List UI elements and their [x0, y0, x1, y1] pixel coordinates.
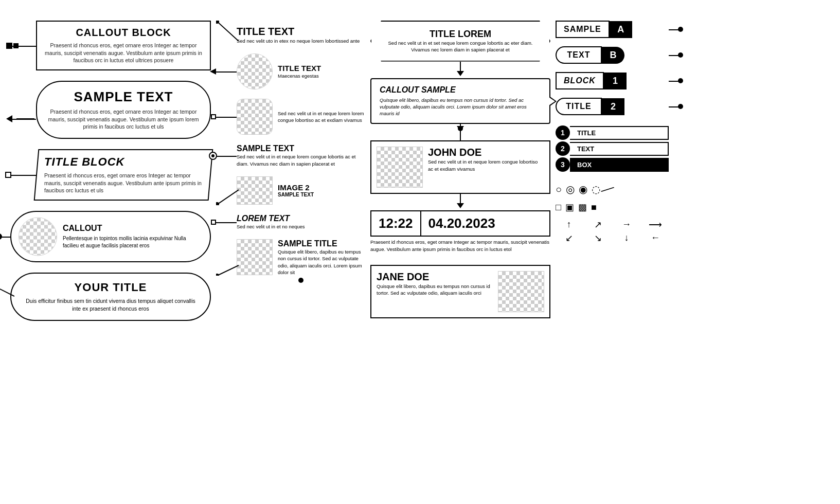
icon-diagonal-line: ╱ [601, 183, 614, 195]
col2-item5-connector-svg [216, 185, 239, 205]
col3-john-name: JOHN DOE [428, 147, 544, 158]
col2-item-6: LOREM TEXT Sed nec velit ut in et no neq… [237, 214, 365, 230]
col3-callout-sample-text: Quisque elit libero, dapibus eu tempus n… [380, 97, 541, 117]
arrow-left: ← [642, 232, 669, 244]
callout-block-text: Praesent id rhoncus eros, eget ornare er… [44, 42, 203, 64]
column-1: CALLOUT BLOCK Praesent id rhoncus eros, … [10, 10, 211, 494]
col2-item7-bottom-dot [298, 278, 303, 283]
col2-item3-rounded-img [237, 99, 273, 135]
col2-item5-text: IMAGE 2 SAMPLE TEXT [278, 183, 314, 197]
callout-circle-dot [0, 233, 2, 240]
svg-line-1 [216, 21, 239, 41]
arrow-up: ↑ [556, 219, 582, 230]
num-2-circle: 2 [556, 141, 570, 156]
col2-item4-title: SAMPLE TEXT [237, 144, 365, 153]
col3-callout-sample-outer: CALLOUT SAMPLE Quisque elit libero, dapi… [370, 78, 550, 124]
col3-john-doe-outer: JOHN DOE Sed nec velit ut in et neque lo… [370, 140, 550, 194]
col3-connector-line-1 [460, 62, 461, 71]
callout-circle-wrapper: CALLOUT Pellentesque in topintos mollis … [10, 211, 211, 262]
label-2-box: 2 [602, 98, 624, 115]
arrow-right-2: ⟶ [642, 219, 669, 230]
numbered-item-2: 2 TEXT [556, 141, 669, 156]
svg-point-4 [216, 202, 219, 205]
col3-date-block: 12:22 04.20.2023 [370, 210, 550, 237]
col2-item-2: TITLE TEXT Maecenas egestas [237, 53, 365, 89]
col2-item5-title: IMAGE 2 [278, 183, 314, 192]
col2-item3-square [211, 114, 216, 119]
col2-item3-text: Sed nec velit ut in et neque lorem lorem… [278, 110, 365, 124]
svg-line-5 [217, 265, 239, 276]
svg-line-3 [216, 190, 239, 205]
col2-item7-checker [237, 240, 272, 275]
col2-item5-subtitle: SAMPLE TEXT [278, 192, 314, 197]
col3-jane-text: JANE DOE Quisque elit libero, dapibus eu… [377, 271, 493, 297]
col2-item2-circle-img [237, 53, 273, 89]
callout-circle-body: Pellentesque in topintos mollis lacinia … [63, 235, 203, 249]
col3-jane-doe-card: JANE DOE Quisque elit libero, dapibus eu… [370, 265, 550, 318]
col3-john-checker [377, 147, 422, 187]
col2-item6-title: LOREM TEXT [237, 214, 305, 223]
your-title-text: Duis efficitur finibus sem tin cidunt vi… [22, 297, 200, 312]
num-1-label: TITLE [570, 126, 669, 140]
col2-item-4: SAMPLE TEXT Sed nec velit ut in et neque… [237, 144, 365, 167]
sample-text-wrapper: SAMPLE TEXT Praesent id rhoncus eros, eg… [36, 81, 211, 139]
numbered-item-1: 1 TITLE [556, 125, 669, 140]
label-1-box: 1 [604, 73, 627, 89]
col2-title-text-top: TITLE TEXT Sed nec velit uto in etex no … [237, 26, 365, 44]
label-a-dot [678, 27, 683, 32]
your-title-wrapper: YOUR TITLE Duis efficitur finibus sem ti… [10, 273, 211, 320]
col2-item2-checker [237, 54, 272, 89]
title-block-text: Praesent id rhoncus eros, eget ornare er… [44, 172, 203, 194]
col3-title-lorem-label: TITLE LOREM [382, 29, 539, 40]
col2-title-top-text: Sed nec velit uto in etex no neque lorem… [237, 38, 365, 44]
callout-circle-image [19, 218, 57, 256]
svg-point-6 [216, 274, 219, 276]
arrow-up-right: ↗ [584, 219, 611, 230]
your-title-block: YOUR TITLE Duis efficitur finibus sem ti… [10, 273, 211, 320]
label-b-line [669, 55, 679, 56]
arrow-down-right: ↘ [584, 232, 611, 244]
title-block-square [5, 172, 11, 178]
col3-john-bottom-line [460, 194, 461, 203]
column-4: SAMPLE A TEXT B BLOCK 1 TITLE 2 [556, 10, 669, 494]
label-tag-b: TEXT B [556, 46, 669, 64]
col2-item6-square [211, 220, 216, 225]
col3-jane-outer: JANE DOE Quisque elit libero, dapibus eu… [370, 265, 550, 318]
col2-item-title-top: TITLE TEXT Sed nec velit uto in etex no … [237, 21, 365, 44]
num-1-circle: 1 [556, 125, 570, 140]
arrow-down-left: ↙ [556, 232, 582, 244]
col2-item2-arrow [210, 68, 216, 75]
col3-jane-name: JANE DOE [377, 271, 493, 283]
label-a-line [669, 29, 679, 30]
col3-jane-body: Quisque elit libero, dapibus eu tempus n… [377, 283, 493, 297]
title-block-title: TITLE BLOCK [44, 155, 203, 169]
title-block-wrapper: TITLE BLOCK Praesent id rhoncus eros, eg… [36, 149, 211, 201]
col3-callout-sample-title: CALLOUT SAMPLE [380, 85, 541, 95]
title-block-line [10, 175, 36, 176]
col2-top-connector-svg [216, 21, 239, 51]
col2-item4-line [216, 156, 237, 157]
col2-item-3: Sed nec velit ut in et neque lorem lorem… [237, 99, 365, 135]
col3-jane-checker [498, 272, 544, 312]
sample-text-block: SAMPLE TEXT Praesent id rhoncus eros, eg… [36, 81, 211, 139]
arrow-right: → [613, 219, 640, 230]
your-title-title: YOUR TITLE [22, 281, 200, 294]
title-block-inner: TITLE BLOCK Praesent id rhoncus eros, eg… [44, 155, 203, 194]
col2-item7-text: SAMPLE TITLE Quisque elit libero, dapibu… [278, 239, 365, 276]
numbered-item-3: 3 BOX [556, 157, 669, 172]
col3-time: 12:22 [371, 211, 421, 236]
callout-circle-title: CALLOUT [63, 224, 203, 233]
icon-square-checked: ▩ [578, 202, 587, 213]
col2-item6-body: Sed nec velit ut in et no neques [237, 223, 305, 230]
callout-block-title: CALLOUT BLOCK [44, 27, 203, 39]
icon-circle-bullseye: ◉ [579, 183, 587, 195]
col3-title-lorem-text: Sed nec velit ut in et set neque lorem c… [382, 40, 539, 53]
col2-item6-text: LOREM TEXT Sed nec velit ut in et no neq… [237, 214, 305, 230]
label-1-line [669, 81, 679, 82]
col3-john-text: JOHN DOE Sed nec velit ut in et neque lo… [428, 147, 544, 172]
col2-item-7: SAMPLE TITLE Quisque elit libero, dapibu… [237, 239, 365, 276]
label-tag-2: TITLE 2 [556, 98, 669, 115]
col3-john-body: Sed nec velit ut in et neque lorem congu… [428, 158, 544, 172]
icon-set-circles: ○ ◎ ◉ ◌ ╱ [556, 183, 669, 195]
callout-circle-block: CALLOUT Pellentesque in topintos mollis … [10, 211, 211, 262]
